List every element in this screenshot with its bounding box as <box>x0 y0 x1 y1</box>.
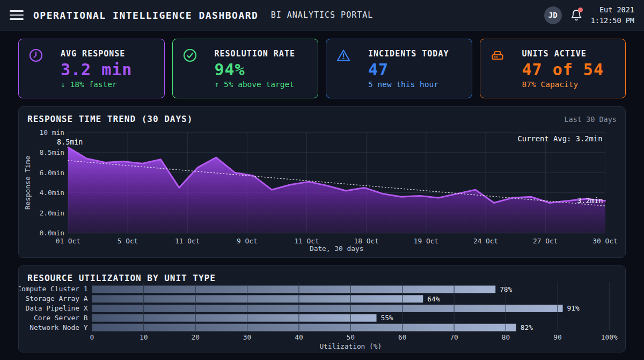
notification-bell-icon[interactable] <box>570 9 583 21</box>
utilization-bar <box>92 324 516 332</box>
app-title: OPERATIONAL INTELLIGENCE DASHBOARD <box>33 10 258 21</box>
kpi-card-avg-response: AVG RESPONSE 3.2 min ↓ 18% faster <box>18 39 165 98</box>
x-tick: 19 Oct <box>414 237 438 245</box>
x-tick: 60 <box>398 333 406 341</box>
utilization-bar <box>92 314 376 322</box>
x-axis-label: Date, 30 days <box>310 244 363 253</box>
bar-category-label: Storage Array A <box>26 294 88 303</box>
portal-label: BI ANALYTICS PORTAL <box>271 10 374 20</box>
server-icon <box>490 48 505 63</box>
kpi-title: UNITS ACTIVE <box>522 49 618 59</box>
avatar[interactable]: JD <box>544 6 562 24</box>
trend-panel-title: RESPONSE TIME TREND (30 DAYS) <box>27 114 193 124</box>
trend-range-label: Last 30 Days <box>564 115 617 124</box>
y-axis-label: Response Time <box>24 156 32 210</box>
y-tick: 4.0min <box>40 189 64 197</box>
datetime: Eut 2021 1:12:50 PM <box>591 4 634 26</box>
kpi-subtitle: 87% Capacity <box>522 80 618 89</box>
y-tick: 10 min <box>40 128 64 136</box>
x-tick: 11 Oct <box>294 237 319 245</box>
kpi-title: AVG RESPONSE <box>61 49 157 59</box>
utilization-panel-title: RESOURCE UTILIZATION BY UNIT TYPE <box>27 273 216 283</box>
utilization-bar <box>92 295 423 303</box>
kpi-card-row: AVG RESPONSE 3.2 min ↓ 18% faster RESOLU… <box>18 39 626 98</box>
kpi-card-incidents: INCIDENTS TODAY 47 5 new this hour <box>326 39 472 98</box>
kpi-title: RESOLUTION RATE <box>215 49 311 59</box>
x-tick: 50 <box>347 333 355 341</box>
kpi-card-units-active: UNITS ACTIVE 47 of 54 87% Capacity <box>480 39 626 98</box>
x-tick: 20 <box>191 333 199 341</box>
response-trend-panel: RESPONSE TIME TREND (30 DAYS) Last 30 Da… <box>18 106 626 258</box>
x-tick: 11 Oct <box>175 237 200 245</box>
warning-triangle-icon <box>336 48 351 63</box>
x-tick: 100% <box>601 333 618 341</box>
bar-value-label: 64% <box>427 295 440 303</box>
datetime-date: Eut 2021 <box>591 4 634 15</box>
menu-icon[interactable] <box>10 10 24 20</box>
utilization-bar <box>92 286 495 293</box>
kpi-value: 47 of 54 <box>522 61 618 78</box>
bar-category-label: Compute Cluster 1 <box>19 285 87 293</box>
x-tick: 01 Oct <box>56 237 80 245</box>
bar-category-label: Core Server B <box>34 314 88 322</box>
kpi-subtitle: ↑ 5% above target <box>215 80 311 89</box>
x-tick: 90 <box>553 333 561 341</box>
kpi-value: 47 <box>368 61 464 78</box>
kpi-value: 3.2 min <box>61 61 157 78</box>
y-tick: 0.0min <box>40 229 64 237</box>
y-tick: 8.5min <box>40 148 64 156</box>
check-circle-icon <box>182 48 197 63</box>
kpi-subtitle: ↓ 18% faster <box>61 80 157 89</box>
current-avg-annotation: Current Avg: 3.2min <box>518 134 603 143</box>
bar-value-label: 55% <box>380 314 393 322</box>
x-tick: 24 Oct <box>473 237 498 245</box>
x-axis-label: Utilization (%) <box>319 342 382 350</box>
notification-dot <box>578 8 583 12</box>
top-bar: OPERATIONAL INTELLIGENCE DASHBOARD BI AN… <box>0 0 644 31</box>
bar-value-label: 82% <box>521 323 533 332</box>
clock-icon <box>28 48 43 63</box>
kpi-card-resolution-rate: RESOLUTION RATE 94% ↑ 5% above target <box>172 39 319 98</box>
bar-category-label: Data Pipeline X <box>26 304 88 312</box>
first-point-label: 8.5min <box>57 138 83 146</box>
trend-area <box>68 147 605 233</box>
x-tick: 30 <box>243 333 251 341</box>
x-tick: 40 <box>295 333 303 341</box>
kpi-value: 94% <box>215 61 311 78</box>
datetime-time: 1:12:50 PM <box>591 15 634 26</box>
y-tick: 2.0min <box>40 209 64 217</box>
bar-value-label: 91% <box>567 304 579 312</box>
x-tick: 9 Oct <box>237 237 258 245</box>
kpi-subtitle: 5 new this hour <box>368 80 464 89</box>
y-tick: 6.0min <box>40 169 64 177</box>
kpi-title: INCIDENTS TODAY <box>368 49 464 59</box>
bar-category-label: Network Node Y <box>30 323 87 332</box>
x-tick: 0 <box>90 333 94 341</box>
utilization-panel: RESOURCE UTILIZATION BY UNIT TYPE Comput… <box>18 265 626 352</box>
x-tick: 30 Oct <box>592 237 617 245</box>
x-tick: 70 <box>450 333 458 341</box>
last-point-label: 3.2min <box>577 197 603 205</box>
utilization-bar <box>92 305 562 312</box>
x-tick: 10 <box>140 333 148 341</box>
x-tick: 80 <box>502 333 510 341</box>
response-trend-chart: 01 Oct5 Oct11 Oct9 Oct11 Oct18 Oct19 Oct… <box>19 107 625 257</box>
x-tick: 27 Oct <box>533 237 558 245</box>
x-tick: 5 Oct <box>118 237 138 245</box>
x-tick: 18 Oct <box>354 237 379 245</box>
